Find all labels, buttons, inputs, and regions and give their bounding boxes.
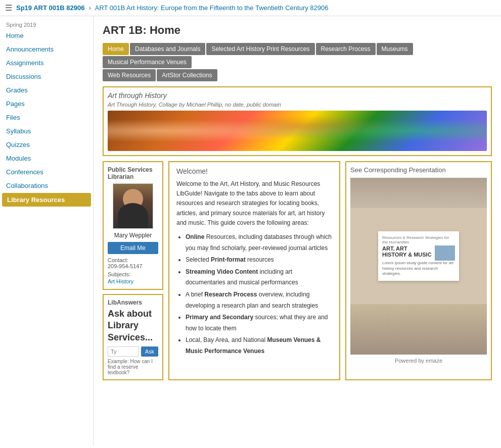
list-item: Streaming Video Content including art do… (186, 267, 332, 288)
banner-image (108, 111, 487, 151)
course-short-link[interactable]: Sp19 ART 001B 82906 (16, 4, 84, 12)
sidebar-item-library-resources[interactable]: Library Resources (2, 193, 91, 207)
libanswers-title: LibAnswers (108, 299, 158, 306)
term-label: Spring 2019 (0, 19, 93, 29)
tab-museums[interactable]: Museums (377, 43, 413, 55)
contact-label: Contact: 209-954-5147 (108, 257, 158, 269)
presentation-card: Resources & Research Strategies for the … (378, 231, 459, 280)
tab-research-process[interactable]: Research Process (316, 43, 376, 55)
sidebar-item-grades[interactable]: Grades (0, 83, 93, 97)
three-col-layout: Public Services Librarian Mary Weppler E… (103, 161, 492, 380)
hamburger-icon[interactable]: ☰ (5, 3, 12, 13)
libanswers-input-row: Ask (108, 346, 158, 357)
librarian-name: Mary Weppler (108, 232, 158, 239)
sidebar-item-pages[interactable]: Pages (0, 97, 93, 111)
top-bar: ☰ Sp19 ART 001B 82906 › ART 001B Art His… (0, 0, 501, 16)
sidebar-item-collaborations[interactable]: Collaborations (0, 179, 93, 192)
phone-number: 209-954-5147 (108, 263, 143, 269)
sidebar-item-conferences[interactable]: Conferences (0, 165, 93, 179)
sidebar-item-home[interactable]: Home (0, 29, 93, 42)
banner-section: Art through History Art Through History,… (103, 86, 492, 156)
tab-web-resources[interactable]: Web Resources (103, 69, 156, 81)
tabs-row2: Web Resources ArtStor Collections (103, 69, 492, 81)
example-text: Example: How can I find a reserve textbo… (108, 359, 158, 375)
list-item: Local, Bay Area, and National Museum Ven… (186, 335, 332, 357)
subjects-label: Subjects: (108, 271, 158, 277)
list-item: Online Resources, including databases th… (186, 232, 332, 254)
librarian-photo (113, 183, 153, 229)
sidebar-item-files[interactable]: Files (0, 111, 93, 124)
list-item: A brief Research Process overview, inclu… (186, 289, 332, 311)
left-column: Public Services Librarian Mary Weppler E… (103, 161, 163, 380)
sidebar-item-modules[interactable]: Modules (0, 152, 93, 165)
tab-home[interactable]: Home (103, 43, 129, 55)
list-item: Selected Print-format resources (186, 255, 332, 266)
tab-print-resources[interactable]: Selected Art History Print Resources (206, 43, 314, 55)
welcome-list: Online Resources, including databases th… (176, 232, 332, 357)
email-button[interactable]: Email Me (108, 242, 158, 254)
tab-musical-venues[interactable]: Musical Performance Venues (103, 56, 192, 68)
art-history-subject-link[interactable]: Art History (108, 278, 133, 284)
welcome-box: Welcome! Welcome to the Art, Art History… (168, 161, 340, 380)
breadcrumb-separator: › (88, 4, 90, 12)
libanswers-search-input[interactable] (108, 346, 139, 357)
sidebar-item-quizzes[interactable]: Quizzes (0, 138, 93, 152)
list-item: Primary and Secondary sources; what they… (186, 312, 332, 334)
curtain-top (350, 178, 487, 208)
sidebar-item-announcements[interactable]: Announcements (0, 42, 93, 56)
sidebar-item-discussions[interactable]: Discussions (0, 70, 93, 83)
tabs-row1: Home Databases and Journals Selected Art… (103, 43, 492, 68)
main-content: ART 1B: Home Home Databases and Journals… (94, 16, 501, 446)
banner-caption: Art Through History, Collage by Michael … (108, 102, 487, 108)
presentation-title: See Corresponding Presentation (350, 166, 487, 174)
presentation-bottom (350, 304, 487, 355)
banner-title: Art through History (108, 91, 487, 99)
course-full-title: ART 001B Art History: Europe from the Fi… (95, 4, 329, 12)
libanswers-main-text: Ask about Library Services... (108, 308, 158, 343)
sidebar: Spring 2019 Home Announcements Assignmen… (0, 16, 94, 446)
presentation-box: See Corresponding Presentation Resources… (345, 161, 492, 380)
sidebar-item-syllabus[interactable]: Syllabus (0, 124, 93, 138)
powered-by-label: Powered by emaze (350, 358, 487, 364)
librarian-box-title: Public Services Librarian (108, 166, 158, 180)
pres-card-text: Lorem ipsum study guide content for art … (382, 261, 455, 276)
page-title: ART 1B: Home (103, 24, 492, 37)
presentation-image[interactable]: Resources & Research Strategies for the … (350, 178, 487, 355)
pres-card-thumbnail (435, 245, 455, 261)
welcome-intro: Welcome to the Art, Art History, and Mus… (176, 179, 332, 228)
ask-button[interactable]: Ask (141, 346, 158, 357)
welcome-title: Welcome! (176, 167, 332, 175)
layout: Spring 2019 Home Announcements Assignmen… (0, 16, 501, 446)
sidebar-item-assignments[interactable]: Assignments (0, 56, 93, 70)
tab-databases[interactable]: Databases and Journals (130, 43, 205, 55)
tab-artstor[interactable]: ArtStor Collections (157, 69, 217, 81)
libanswers-box: LibAnswers Ask about Library Services...… (103, 294, 163, 380)
pres-card-header: Resources & Research Strategies for the … (382, 235, 455, 244)
presentation-middle: Resources & Research Strategies for the … (350, 208, 487, 304)
librarian-box: Public Services Librarian Mary Weppler E… (103, 161, 163, 290)
